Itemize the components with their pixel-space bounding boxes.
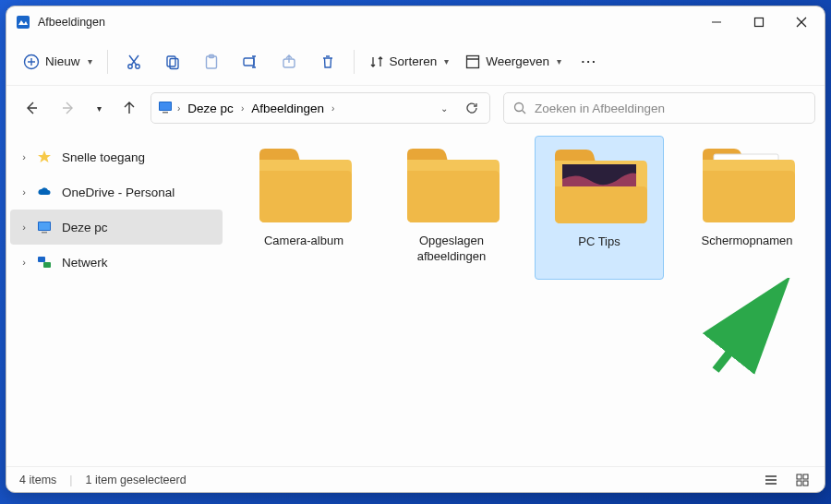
new-label: Nieuw [45,54,80,68]
folder-label: PC Tips [578,234,620,250]
svg-rect-13 [170,58,178,68]
new-button[interactable]: Nieuw ▾ [16,45,100,78]
folder-icon-with-preview [549,146,649,227]
sort-label: Sorteren [390,54,438,68]
chevron-right-icon: › [16,184,32,200]
svg-line-29 [523,110,526,114]
svg-rect-21 [467,55,479,67]
svg-rect-16 [244,58,254,66]
pc-icon [157,99,174,118]
titlebar: Afbeeldingen [6,6,825,38]
recent-button[interactable]: ▾ [90,92,108,124]
monitor-icon [36,219,53,235]
view-label: Weergeven [486,54,549,68]
svg-rect-27 [163,112,168,114]
svg-point-8 [127,64,131,67]
breadcrumb-pc[interactable]: Deze pc [184,100,237,117]
svg-rect-32 [42,232,47,234]
sidebar: › Snelle toegang › OneDrive - Personal ›… [6,130,226,466]
toolbar: Nieuw ▾ Sorteren ▾ Weergeven ▾ ··· [6,38,825,86]
minimize-button[interactable] [695,7,738,37]
svg-rect-42 [803,474,808,479]
navbar: ▾ › Deze pc › Afbeeldingen › ⌄ [6,86,825,130]
annotation-arrow [697,278,808,379]
chevron-down-icon: ▾ [444,56,449,66]
window-title: Afbeeldingen [38,16,695,29]
sidebar-label: Snelle toegang [62,150,145,164]
back-button[interactable] [16,92,47,124]
refresh-button[interactable] [460,96,484,120]
network-icon [36,254,53,270]
copy-button[interactable] [154,45,191,78]
chevron-right-icon: › [241,103,244,114]
folder-screenshots[interactable]: Schermopnamen [682,136,812,280]
svg-rect-43 [797,481,801,486]
sidebar-this-pc[interactable]: › Deze pc [10,210,223,245]
folder-label: Opgeslagen afbeeldingen [387,234,516,265]
svg-rect-12 [167,56,175,66]
separator [354,50,355,74]
chevron-right-icon: › [177,103,180,114]
content-area[interactable]: Camera-album Opgeslagen afbeeldingen PC … [226,130,825,466]
search-box[interactable] [503,92,815,124]
item-count: 4 items [19,474,56,486]
folder-saved-images[interactable]: Opgeslagen afbeeldingen [387,136,516,280]
maximize-button[interactable] [738,7,780,37]
close-button[interactable] [780,7,823,37]
thumbnails-view-button[interactable] [793,471,812,489]
file-explorer-window: Afbeeldingen Nieuw ▾ Sorteren ▾ Weergeve… [6,6,825,493]
sidebar-label: Netwerk [62,256,108,270]
svg-line-37 [716,289,780,370]
chevron-right-icon: › [331,103,334,114]
sidebar-onedrive[interactable]: › OneDrive - Personal [10,174,223,210]
breadcrumb-folder[interactable]: Afbeeldingen [247,100,328,117]
svg-rect-41 [797,474,801,479]
folder-icon [402,145,501,226]
chevron-down-icon: ▾ [88,56,92,66]
svg-rect-33 [38,257,45,262]
cut-button[interactable] [115,45,152,78]
sidebar-network[interactable]: › Netwerk [10,245,223,280]
sidebar-label: OneDrive - Personal [62,186,175,199]
paste-button[interactable] [193,45,230,78]
svg-point-28 [515,102,524,111]
folder-icon [254,145,354,226]
folder-camera-album[interactable]: Camera-album [239,136,368,280]
rename-button[interactable] [232,45,269,78]
folder-label: Camera-album [264,234,343,249]
app-icon [16,15,30,30]
chevron-right-icon: › [16,254,32,270]
search-icon [513,102,527,115]
more-button[interactable]: ··· [571,45,608,78]
chevron-down-icon: ▾ [557,56,561,66]
star-icon [36,149,53,165]
svg-rect-31 [39,222,50,230]
svg-rect-34 [43,262,51,268]
search-input[interactable] [535,102,805,115]
sidebar-quick-access[interactable]: › Snelle toegang [10,139,223,174]
address-bar[interactable]: › Deze pc › Afbeeldingen › ⌄ [151,92,490,124]
address-dropdown[interactable]: ⌄ [432,96,456,120]
sidebar-label: Deze pc [62,221,108,234]
folder-label: Schermopnamen [702,234,793,249]
separator [107,50,108,74]
cloud-icon [36,184,53,200]
chevron-right-icon: › [16,149,32,165]
sort-button[interactable]: Sorteren ▾ [362,45,457,78]
share-button[interactable] [271,45,307,78]
details-view-button[interactable] [762,471,780,489]
delete-button[interactable] [309,45,346,78]
chevron-right-icon: › [16,219,32,235]
view-button[interactable]: Weergeven ▾ [458,45,569,78]
selection-count: 1 item geselecteerd [86,474,187,486]
svg-rect-44 [803,481,808,486]
svg-rect-0 [17,16,30,29]
svg-rect-26 [160,102,171,110]
svg-point-9 [135,64,138,67]
folder-icon [697,145,797,226]
statusbar: 4 items | 1 item geselecteerd [6,466,825,492]
up-button[interactable] [114,92,145,124]
forward-button[interactable] [53,92,84,124]
svg-rect-2 [755,18,764,27]
folder-pc-tips[interactable]: PC Tips [535,136,664,280]
